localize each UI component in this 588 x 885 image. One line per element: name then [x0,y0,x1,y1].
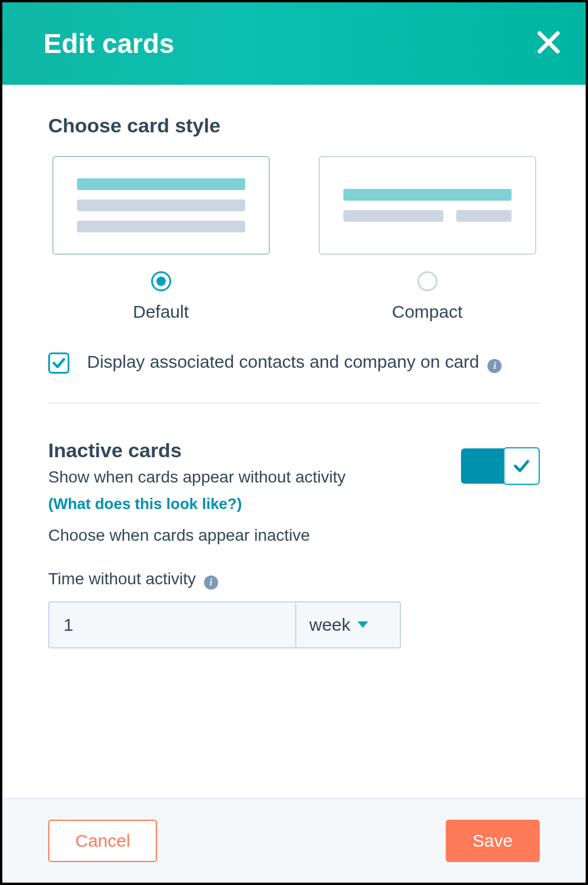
info-icon[interactable]: i [487,359,502,373]
info-icon[interactable]: i [204,575,218,590]
inactive-cards-subtitle: Show when cards appear without activity [48,468,346,487]
inactive-cards-toggle[interactable] [461,448,540,484]
modal-body: Choose card style Default Compact [2,85,586,798]
edit-cards-modal: Edit cards Choose card style Default [0,0,588,885]
card-style-thumb-compact [319,156,536,255]
time-unit-value: week [309,615,350,635]
check-icon [51,355,66,371]
time-value-input[interactable] [48,601,295,648]
display-associated-checkbox[interactable] [48,352,69,374]
time-unit-select[interactable]: week [295,601,401,648]
card-style-option-compact[interactable]: Compact [315,156,540,322]
what-does-this-look-like-link[interactable]: (What does this look like?) [48,495,242,513]
time-without-activity-inputs: week [48,601,540,648]
caret-down-icon [358,621,368,628]
save-button[interactable]: Save [446,820,540,862]
display-associated-row: Display associated contacts and company … [48,350,540,374]
modal-title: Edit cards [44,28,174,59]
close-icon [535,29,562,56]
card-style-thumb-default [52,156,270,255]
cancel-button[interactable]: Cancel [48,820,157,862]
section-divider [48,402,540,404]
modal-footer: Cancel Save [2,798,586,883]
toggle-knob [503,447,540,485]
display-associated-label: Display associated contacts and company … [87,350,502,374]
modal-header: Edit cards [2,2,586,85]
close-button[interactable] [535,29,562,58]
time-without-activity-label: Time without activity i [48,570,540,590]
inactive-cards-header: Inactive cards Show when cards appear wi… [48,439,540,545]
inactive-cards-title: Inactive cards [48,439,346,462]
radio-default[interactable] [151,271,171,291]
card-style-label: Compact [392,302,462,322]
card-style-label: Default [133,302,189,322]
card-style-title: Choose card style [48,114,540,137]
radio-compact[interactable] [417,271,437,291]
check-icon [512,457,531,475]
card-style-option-default[interactable]: Default [48,156,273,322]
card-style-options: Default Compact [48,156,540,322]
inactive-choose-text: Choose when cards appear inactive [48,526,346,545]
